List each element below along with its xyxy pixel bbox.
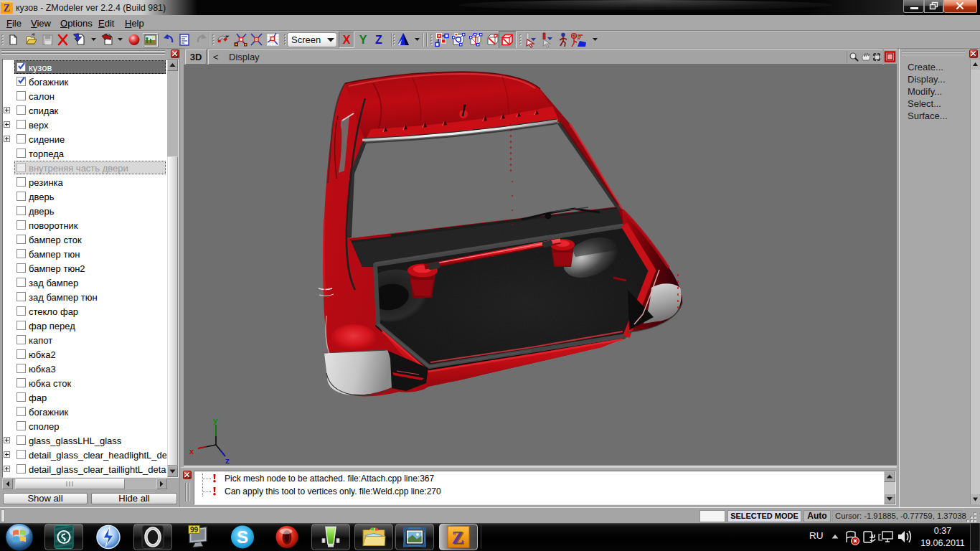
svg-text:X: X (343, 34, 351, 46)
svg-text:Screen: Screen (291, 34, 321, 45)
svg-text:Z: Z (452, 528, 464, 547)
svg-text:y: y (213, 417, 218, 425)
svg-text:Z: Z (375, 34, 382, 46)
svg-text:S: S (237, 527, 248, 547)
svg-text:Y: Y (359, 34, 367, 46)
svg-text:99: 99 (190, 526, 199, 534)
svg-text:x: x (189, 448, 194, 456)
svg-text:Z: Z (4, 3, 10, 14)
svg-text:z: z (225, 457, 230, 465)
